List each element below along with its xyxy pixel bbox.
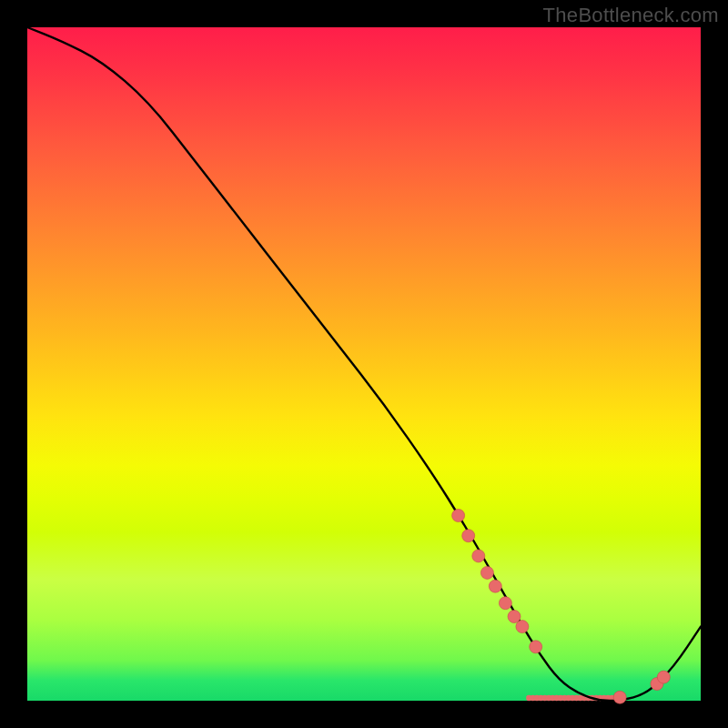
curve-marker	[530, 641, 542, 653]
bottleneck-curve	[27, 27, 701, 701]
watermark-text: TheBottleneck.com	[543, 4, 719, 27]
chart-svg	[27, 27, 701, 701]
curve-markers	[452, 510, 671, 704]
curve-marker	[489, 580, 501, 592]
curve-marker	[516, 621, 529, 633]
curve-marker	[472, 550, 485, 562]
plot-area	[27, 27, 701, 701]
curve-marker	[499, 597, 511, 610]
curve-marker	[657, 671, 670, 683]
chart-frame: TheBottleneck.com	[0, 0, 728, 728]
curve-marker	[480, 566, 493, 579]
curve-marker	[462, 530, 475, 542]
curve-marker	[613, 691, 626, 703]
curve-marker	[452, 510, 465, 522]
curve-marker	[508, 611, 521, 623]
